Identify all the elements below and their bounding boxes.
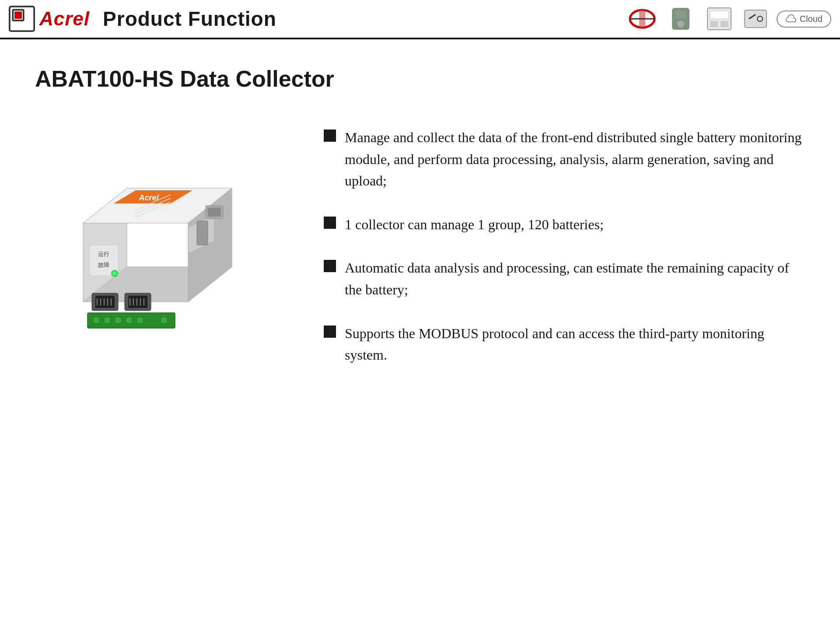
svg-rect-7 bbox=[675, 11, 686, 19]
feature-bullet-2 bbox=[324, 217, 336, 229]
feature-text-1: Manage and collect the data of the front… bbox=[345, 127, 805, 192]
svg-rect-13 bbox=[745, 10, 766, 28]
feature-text-3: Automatic data analysis and processing, … bbox=[345, 257, 805, 301]
relay-icon bbox=[742, 6, 769, 32]
svg-rect-47 bbox=[208, 208, 221, 217]
content-row: Acrel 运行 故障 bbox=[35, 118, 805, 381]
cloud-badge: Cloud bbox=[777, 10, 831, 28]
svg-point-8 bbox=[677, 21, 684, 28]
svg-point-36 bbox=[93, 317, 100, 324]
logo-block: Acrel bbox=[9, 6, 103, 32]
product-title: ABAT100-HS Data Collector bbox=[35, 66, 805, 92]
brand-name: Acrel bbox=[39, 8, 90, 30]
svg-rect-29 bbox=[128, 296, 147, 308]
clamp-meter-icon bbox=[665, 6, 696, 32]
svg-point-20 bbox=[112, 271, 117, 276]
energy-meter-icon bbox=[704, 6, 735, 32]
svg-rect-11 bbox=[710, 21, 718, 27]
acrel-logo-icon bbox=[9, 6, 35, 32]
svg-point-40 bbox=[136, 317, 144, 324]
svg-point-41 bbox=[161, 317, 168, 324]
svg-rect-10 bbox=[710, 11, 728, 19]
feature-item-4: Supports the MODBUS protocol and can acc… bbox=[324, 323, 805, 366]
svg-rect-22 bbox=[95, 296, 115, 308]
svg-point-38 bbox=[115, 317, 122, 324]
device-svg: Acrel 运行 故障 bbox=[48, 118, 276, 381]
svg-point-39 bbox=[126, 317, 133, 324]
features-list: Manage and collect the data of the front… bbox=[324, 118, 805, 366]
svg-text:运行: 运行 bbox=[98, 251, 109, 257]
svg-point-37 bbox=[104, 317, 111, 324]
feature-bullet-3 bbox=[324, 260, 336, 272]
svg-rect-12 bbox=[721, 21, 728, 27]
svg-rect-2 bbox=[14, 11, 22, 19]
feature-item-1: Manage and collect the data of the front… bbox=[324, 127, 805, 192]
feature-item-2: 1 collector can manage 1 group, 120 batt… bbox=[324, 214, 805, 236]
main-content: ABAT100-HS Data Collector Acrel bbox=[0, 39, 840, 398]
current-transformer-icon bbox=[627, 6, 658, 32]
svg-text:故障: 故障 bbox=[98, 262, 109, 268]
feature-text-2: 1 collector can manage 1 group, 120 batt… bbox=[345, 214, 604, 236]
header-icons: Cloud bbox=[627, 6, 831, 32]
cloud-icon bbox=[785, 14, 798, 24]
header-title: Product Function bbox=[103, 7, 276, 31]
header: Acrel Product Function bbox=[0, 0, 840, 39]
cloud-label: Cloud bbox=[800, 14, 822, 24]
product-image-area: Acrel 运行 故障 bbox=[35, 118, 289, 381]
feature-item-3: Automatic data analysis and processing, … bbox=[324, 257, 805, 301]
feature-bullet-4 bbox=[324, 326, 336, 338]
feature-bullet-1 bbox=[324, 130, 336, 142]
feature-text-4: Supports the MODBUS protocol and can acc… bbox=[345, 323, 805, 366]
svg-rect-42 bbox=[197, 221, 208, 245]
